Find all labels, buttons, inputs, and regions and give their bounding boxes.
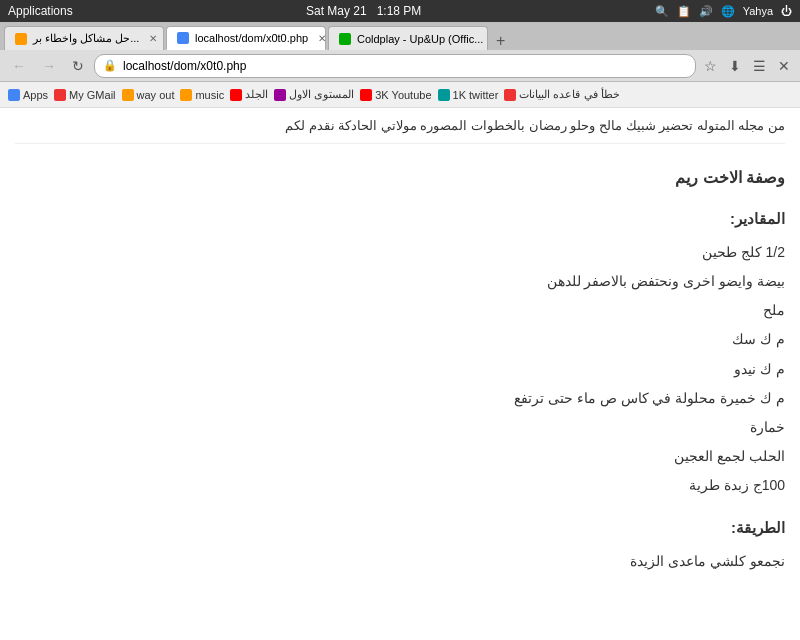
step-1-text: نجمعو كلشي ماعدى الزيدة <box>15 549 785 574</box>
address-input[interactable] <box>123 59 687 73</box>
tab-2-favicon <box>177 32 189 44</box>
os-user: Yahya <box>743 5 773 17</box>
ingredient-2: بيضة وايضو اخرى ونحتفض بالاصفر للدهن <box>15 269 785 294</box>
bookmark-dberror-icon <box>504 89 516 101</box>
bookmark-1ktw[interactable]: 1K twitter <box>438 89 499 101</box>
bookmark-star-icon[interactable]: ☆ <box>700 56 721 76</box>
tab-3-favicon <box>339 33 351 45</box>
bookmark-1ktw-icon <box>438 89 450 101</box>
tab-1-close[interactable]: ✕ <box>149 33 157 44</box>
tab-1-label: حل مشاكل واخطاء بر... <box>33 32 139 45</box>
ingredient-1: 1/2 كلج طحين <box>15 240 785 265</box>
reload-button[interactable]: ↻ <box>66 55 90 77</box>
bookmark-dberror-label: خطأ في قاعده البيانات <box>519 88 619 101</box>
ingredient-5: م ك نيدو <box>15 357 785 382</box>
back-button[interactable]: ← <box>6 55 32 77</box>
download-icon[interactable]: ⬇ <box>725 56 745 76</box>
os-date: Sat May 21 <box>306 4 367 18</box>
toolbar: ← → ↻ 🔒 ☆ ⬇ ☰ ✕ <box>0 50 800 82</box>
tab-1[interactable]: حل مشاكل واخطاء بر... ✕ <box>4 26 164 50</box>
bookmark-apps[interactable]: Apps <box>8 89 48 101</box>
tab-2-label: localhost/dom/x0t0.php <box>195 32 308 44</box>
bookmark-music-label: music <box>195 89 224 101</box>
tab-2[interactable]: localhost/dom/x0t0.php ✕ <box>166 26 326 50</box>
toolbar-icons: ☆ ⬇ ☰ ✕ <box>700 56 794 76</box>
bookmark-gmail-icon <box>54 89 66 101</box>
menu-icon[interactable]: ☰ <box>749 56 770 76</box>
bookmark-wayout[interactable]: way out <box>122 89 175 101</box>
ingredient-7: خمارة <box>15 415 785 440</box>
ingredient-4: م ك سك <box>15 327 785 352</box>
browser-chrome: حل مشاكل واخطاء بر... ✕ localhost/dom/x0… <box>0 22 800 640</box>
bookmark-music[interactable]: music <box>180 89 224 101</box>
bookmark-level1-icon <box>274 89 286 101</box>
ingredient-9: 100ج زبدة طرية <box>15 473 785 498</box>
bookmark-jeld[interactable]: الجلد <box>230 88 268 101</box>
tab-3-label: Coldplay - Up&Up (Offic... <box>357 33 483 45</box>
ingredient-3: ملح <box>15 298 785 323</box>
bookmark-gmail[interactable]: My GMail <box>54 89 115 101</box>
bookmark-wayout-label: way out <box>137 89 175 101</box>
bookmark-jeld-label: الجلد <box>245 88 268 101</box>
ingredient-6: م ك خميرة محلولة في كاس ص ماء حتى ترتفع <box>15 386 785 411</box>
ingredient-8: الحلب لجمع العجين <box>15 444 785 469</box>
os-time: 1:18 PM <box>377 4 422 18</box>
bookmark-level1-label: المستوى الاول <box>289 88 354 101</box>
applications-menu[interactable]: Applications <box>8 4 73 18</box>
tab-3[interactable]: Coldplay - Up&Up (Offic... ✕ <box>328 26 488 50</box>
sound-icon[interactable]: 🔊 <box>699 5 713 18</box>
lock-icon: 🔒 <box>103 59 117 72</box>
bookmark-apps-icon <box>8 89 20 101</box>
bookmark-1ktw-label: 1K twitter <box>453 89 499 101</box>
close-button[interactable]: ✕ <box>774 56 794 76</box>
power-icon[interactable]: ⏻ <box>781 5 792 17</box>
bookmark-music-icon <box>180 89 192 101</box>
ingredients-title: المقادير: <box>15 205 785 232</box>
ingredients-list: 1/2 كلج طحين بيضة وايضو اخرى ونحتفض بالا… <box>15 240 785 499</box>
recipe-title: وصفة الاخت ريم <box>15 164 785 193</box>
tab-1-favicon <box>15 33 27 45</box>
bookmark-apps-label: Apps <box>23 89 48 101</box>
new-tab-button[interactable]: + <box>490 32 511 50</box>
bookmark-jeld-icon <box>230 89 242 101</box>
os-top-bar: Applications Sat May 21 1:18 PM 🔍 📋 🔊 🌐 … <box>0 0 800 22</box>
network-icon[interactable]: 🌐 <box>721 5 735 18</box>
tab-bar: حل مشاكل واخطاء بر... ✕ localhost/dom/x0… <box>0 22 800 50</box>
bookmark-3kyt-label: 3K Youtube <box>375 89 431 101</box>
bookmark-3kyt-icon <box>360 89 372 101</box>
bookmark-level1[interactable]: المستوى الاول <box>274 88 354 101</box>
forward-button[interactable]: → <box>36 55 62 77</box>
bookmark-gmail-label: My GMail <box>69 89 115 101</box>
steps-title: الطريقة: <box>15 514 785 541</box>
intro-text: من مجله المتوله تحضير شبيك مالح وحلو رمض… <box>15 118 785 144</box>
recipe-content: وصفة الاخت ريم المقادير: 1/2 كلج طحين بي… <box>15 164 785 575</box>
bookmark-dberror[interactable]: خطأ في قاعده البيانات <box>504 88 619 101</box>
search-icon[interactable]: 🔍 <box>655 5 669 18</box>
tab-2-close[interactable]: ✕ <box>318 33 326 44</box>
bookmark-wayout-icon <box>122 89 134 101</box>
bookmark-3kyt[interactable]: 3K Youtube <box>360 89 431 101</box>
bookmarks-bar: Apps My GMail way out music الجلد المستو… <box>0 82 800 108</box>
page-content: من مجله المتوله تحضير شبيك مالح وحلو رمض… <box>0 108 800 640</box>
clipboard-icon[interactable]: 📋 <box>677 5 691 18</box>
address-bar-wrap: 🔒 <box>94 54 696 78</box>
